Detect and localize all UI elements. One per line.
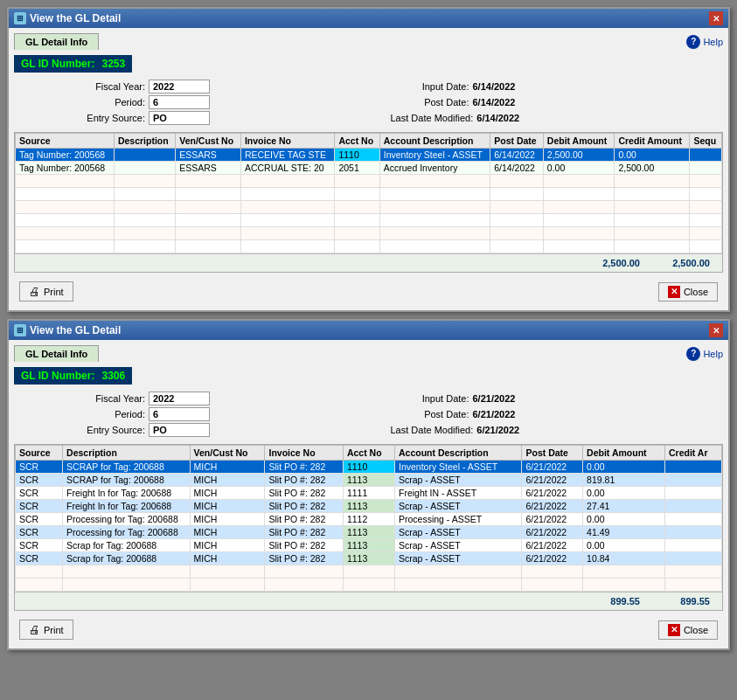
window-2: ⊞ View the GL Detail ✕ GL Detail Info ? … <box>7 319 730 650</box>
table-row <box>16 565 722 579</box>
input-date-label-2: Input Date: <box>391 393 469 404</box>
last-date-row-1: Last Date Modified: 6/14/2022 <box>391 111 706 125</box>
table-row[interactable]: SCRSCRAP for Tag: 200688MICHSlit PO #: 2… <box>16 474 722 487</box>
table-row <box>16 579 722 592</box>
gl-id-label-1: GL ID Number: <box>21 58 94 70</box>
entry-source-value-2: PO <box>149 423 210 437</box>
print-button-1[interactable]: 🖨 Print <box>19 281 73 301</box>
col-sequ-1: Sequ <box>690 134 722 149</box>
title-bar-left-2: ⊞ View the GL Detail <box>14 324 121 336</box>
col-post-date-1: Post Date <box>490 134 544 149</box>
total-credit-2: 899.55 <box>645 594 715 608</box>
table-row[interactable]: SCRFreight In for Tag: 200688MICHSlit PO… <box>16 487 722 500</box>
window-body-1: GL Detail Info ? Help GL ID Number: 3253… <box>9 28 728 310</box>
app-icon-1: ⊞ <box>14 12 26 24</box>
input-date-value-2: 6/21/2022 <box>473 393 543 404</box>
table-row[interactable]: SCRSCRAP for Tag: 200688MICHSlit PO #: 2… <box>16 461 722 474</box>
gl-table-2: Source Description Ven/Cust No Invoice N… <box>14 444 723 611</box>
print-button-2[interactable]: 🖨 Print <box>19 620 73 640</box>
tab-header-1: GL Detail Info ? Help <box>14 33 723 50</box>
close-footer-btn-1[interactable]: ✕ Close <box>658 282 718 301</box>
tab-header-2: GL Detail Info ? Help <box>14 345 723 362</box>
col-desc-2: Description <box>63 446 191 461</box>
gl-detail-tab-1[interactable]: GL Detail Info <box>14 33 99 50</box>
last-date-value-2: 6/21/2022 <box>476 425 546 435</box>
input-date-row-2: Input Date: 6/21/2022 <box>391 392 706 405</box>
table-row[interactable]: SCRProcessing for Tag: 200688MICHSlit PO… <box>16 526 722 539</box>
col-source-1: Source <box>16 134 115 149</box>
fiscal-year-label-2: Fiscal Year: <box>66 393 145 404</box>
period-label-2: Period: <box>66 409 145 419</box>
post-date-value-1: 6/14/2022 <box>473 97 543 107</box>
table-row <box>16 214 722 227</box>
last-date-label-1: Last Date Modified: <box>391 113 474 123</box>
last-date-value-1: 6/14/2022 <box>476 113 546 123</box>
col-credit-1: Credit Amount <box>615 134 690 149</box>
table-row[interactable]: Tag Number: 200568ESSARSACCRUAL STE: 202… <box>16 162 722 175</box>
col-credit-2: Credit Ar <box>665 446 722 461</box>
post-date-label-1: Post Date: <box>391 97 469 107</box>
table-row <box>16 240 722 253</box>
col-vendor-1: Ven/Cust No <box>176 134 241 149</box>
window-1: ⊞ View the GL Detail ✕ GL Detail Info ? … <box>7 7 730 312</box>
col-debit-2: Debit Amount <box>583 446 665 461</box>
totals-area-1: 2,500.00 2,500.00 <box>15 253 722 272</box>
total-debit-1: 2,500.00 <box>575 256 645 270</box>
table-row <box>16 227 722 240</box>
input-date-row-1: Input Date: 6/14/2022 <box>391 80 706 94</box>
col-acct-desc-1: Account Description <box>379 134 490 149</box>
window-title-1: View the GL Detail <box>30 12 121 24</box>
title-bar-left-1: ⊞ View the GL Detail <box>14 12 121 24</box>
post-date-row-1: Post Date: 6/14/2022 <box>391 95 706 109</box>
input-date-value-1: 6/14/2022 <box>473 81 543 92</box>
col-source-2: Source <box>16 446 63 461</box>
fiscal-year-value-2: 2022 <box>149 392 210 405</box>
printer-icon-1: 🖨 <box>29 285 40 298</box>
window-body-2: GL Detail Info ? Help GL ID Number: 3306… <box>9 340 728 648</box>
post-date-label-2: Post Date: <box>391 409 469 419</box>
totals-area-2: 899.55 899.55 <box>15 592 722 610</box>
total-credit-1: 2,500.00 <box>645 256 715 270</box>
table-row <box>16 188 722 201</box>
entry-source-value-1: PO <box>149 111 210 125</box>
col-acct-1: Acct No <box>335 134 379 149</box>
entry-source-row-2: Entry Source: PO <box>66 423 382 437</box>
close-footer-btn-2[interactable]: ✕ Close <box>658 620 718 640</box>
table-row[interactable]: SCRProcessing for Tag: 200688MICHSlit PO… <box>16 513 722 526</box>
period-label-1: Period: <box>66 97 145 107</box>
gl-data-table-1: Source Description Ven/Cust No Invoice N… <box>15 133 722 253</box>
total-debit-2: 899.55 <box>575 594 645 608</box>
fiscal-year-label-1: Fiscal Year: <box>66 81 145 92</box>
col-desc-1: Description <box>114 134 175 149</box>
window-title-2: View the GL Detail <box>30 324 121 336</box>
gl-table-1: Source Description Ven/Cust No Invoice N… <box>14 132 723 273</box>
fiscal-year-value-1: 2022 <box>149 80 210 94</box>
gl-detail-tab-2[interactable]: GL Detail Info <box>14 345 99 362</box>
help-button-1[interactable]: ? Help <box>686 35 723 49</box>
x-icon-2: ✕ <box>668 624 680 636</box>
input-date-label-1: Input Date: <box>391 81 469 92</box>
gl-id-box-1: GL ID Number: 3253 <box>14 55 132 73</box>
col-invoice-1: Invoice No <box>240 134 335 149</box>
table-row <box>16 175 722 188</box>
window-close-btn-1[interactable]: ✕ <box>709 11 723 25</box>
last-date-label-2: Last Date Modified: <box>391 425 474 435</box>
title-bar-1: ⊞ View the GL Detail ✕ <box>9 9 728 28</box>
table-row[interactable]: Tag Number: 200568ESSARSRECEIVE TAG STE1… <box>16 149 722 162</box>
window-close-btn-2[interactable]: ✕ <box>709 323 723 337</box>
entry-source-label-2: Entry Source: <box>66 425 145 435</box>
col-invoice-2: Invoice No <box>265 446 343 461</box>
gl-data-table-2: Source Description Ven/Cust No Invoice N… <box>15 445 722 592</box>
fiscal-year-row-1: Fiscal Year: 2022 <box>66 80 382 94</box>
table-row[interactable]: SCRScrap for Tag: 200688MICHSlit PO #: 2… <box>16 552 722 565</box>
help-button-2[interactable]: ? Help <box>686 347 723 361</box>
table-header-row-1: Source Description Ven/Cust No Invoice N… <box>16 134 722 149</box>
footer-bar-2: 🖨 Print ✕ Close <box>14 616 723 643</box>
table-row <box>16 201 722 214</box>
printer-icon-2: 🖨 <box>29 623 40 636</box>
col-debit-1: Debit Amount <box>543 134 615 149</box>
col-acct-desc-2: Account Description <box>394 446 522 461</box>
table-row[interactable]: SCRFreight In for Tag: 200688MICHSlit PO… <box>16 500 722 513</box>
gl-id-label-2: GL ID Number: <box>21 370 94 382</box>
table-row[interactable]: SCRScrap for Tag: 200688MICHSlit PO #: 2… <box>16 539 722 552</box>
